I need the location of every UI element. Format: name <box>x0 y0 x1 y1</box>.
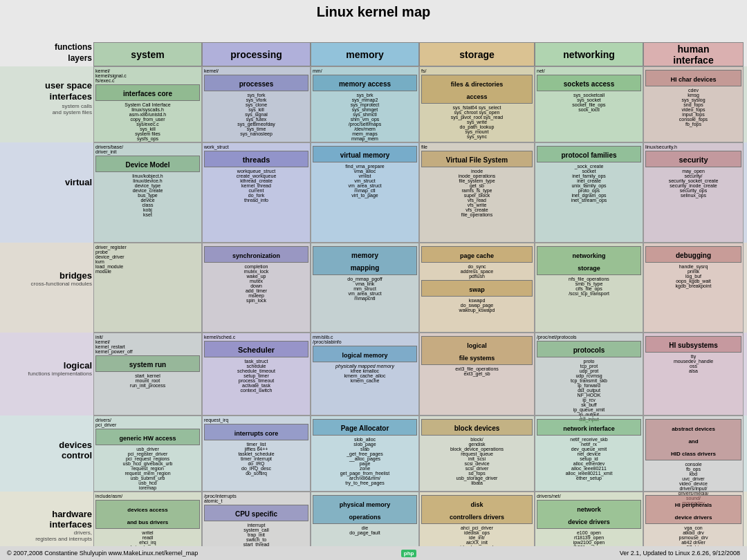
cell-storage-bridges: page cache do_sync address_space pdflush… <box>419 243 535 333</box>
cell-human-bridges: debugging handle_sysrq printk log_buf oo… <box>643 243 744 333</box>
cell-system-bridges: driver_register probe device_driver kvm … <box>93 243 202 333</box>
col-header-storage: storage <box>419 42 535 66</box>
label-userspace: user spaceinterfaces system callsand sys… <box>0 80 92 115</box>
cell-networking-userspace: net/ sockets access sys_socketcall sys_s… <box>535 66 643 142</box>
col-header-system: system <box>93 42 202 66</box>
footer: © 2007,2008 Constantine Shulyupin www.Ma… <box>0 546 747 560</box>
cell-networking-devices: network interface netif_receive_skb neti… <box>535 416 643 492</box>
cell-processing-bridges: synchronization completion mutex_lock wa… <box>202 243 311 333</box>
cell-storage-userspace: fs/ files & directoriesaccess sys_fstat6… <box>419 66 535 142</box>
label-logical: logical functions implementations <box>0 360 92 377</box>
footer-version: Ver 2.1, Updated to Linux 2.6.26, 9/12/2… <box>620 550 740 557</box>
php-badge: php <box>401 550 417 557</box>
cell-human-virtual: linux/security.h security may_open secur… <box>643 142 744 243</box>
cell-networking-virtual: protocol families _sock_create socket in… <box>535 142 643 243</box>
cell-system-hardware: include/asm/ devices accessand bus drive… <box>93 492 202 547</box>
cell-storage-hardware: diskcontrollers drivers ahci_pci_driver … <box>419 492 535 547</box>
cell-networking-logical: /proc/net/protocols protocols proto tcp_… <box>535 333 643 416</box>
cell-human-hardware: HI peripheralsdevice drivers vga_con atk… <box>643 492 744 547</box>
label-hardware: hardwareinterfaces drivers,registers and… <box>0 509 92 542</box>
cell-processing-hardware: /proc/interrupts atomic_t CPU specific i… <box>202 492 311 547</box>
cell-system-virtual: drivers/base/ driver_init Device Model l… <box>93 142 202 243</box>
col-header-networking: networking <box>535 42 643 66</box>
label-devices: devicescontrol <box>0 440 92 460</box>
cell-system-devices: drivers/ pci_driver generic HW access us… <box>93 416 202 492</box>
cell-memory-logical: mm/slib.c /proc/slabinfo logical memory … <box>311 333 419 416</box>
col-header-human: humaninterface <box>643 42 744 66</box>
cell-system-userspace: kernel/ kernel/signal.c fs/exec.c interf… <box>93 66 202 142</box>
cell-memory-userspace: mm/ memory access sys_brk sys_mmap2 sys_… <box>311 66 419 142</box>
cell-system-logical: init/ kernel/ kernel_restart kernel_powe… <box>93 333 202 416</box>
cell-processing-devices: request_irq interrupts core timer_list j… <box>202 416 311 492</box>
col-header-memory: memory <box>311 42 419 66</box>
main-title: Linux kernel map <box>0 0 747 21</box>
cell-processing-virtual: work_struct threads workqueue_struct cre… <box>202 142 311 243</box>
cell-networking-bridges: networkingstorage nfs_file_operations sm… <box>535 243 643 333</box>
cell-processing-userspace: kernel/ processes sys_fork sys_vfork sys… <box>202 66 311 142</box>
footer-copyright: © 2007,2008 Constantine Shulyupin www.Ma… <box>7 550 198 557</box>
cell-human-devices: abstract devicesandHID class drivers con… <box>643 416 744 492</box>
label-virtual: virtual <box>0 177 92 187</box>
cell-processing-logical: kernel/sched.c Scheduler task_struct sch… <box>202 333 311 416</box>
cell-networking-hardware: drivers/net/ networkdevice drivers e100_… <box>535 492 643 547</box>
cell-memory-hardware: physical memoryoperations die do_page_fa… <box>311 492 419 547</box>
cell-storage-logical: logicalfile systems ext3_file_operations… <box>419 333 535 416</box>
label-bridges: bridges cross-functional modules <box>0 270 92 287</box>
label-functions-layers: functionslayers <box>0 42 92 64</box>
cell-memory-devices: Page Allocator slob_alloc slob_page slab… <box>311 416 419 492</box>
cell-human-logical: HI subsystems tty mousedev_handle oss al… <box>643 333 744 416</box>
cell-memory-virtual: virtual memory find_vma_prepare vma_allo… <box>311 142 419 243</box>
cell-human-userspace: HI char devices cdev kmsg sys_syslog snd… <box>643 66 744 142</box>
cell-storage-virtual: file Virtual File System inode inode_ope… <box>419 142 535 243</box>
cell-memory-bridges: memorymapping do_mmap_pgoff vma_link mm_… <box>311 243 419 333</box>
col-header-processing: processing <box>202 42 311 66</box>
cell-storage-devices: block devices block/ gendisk block_devic… <box>419 416 535 492</box>
